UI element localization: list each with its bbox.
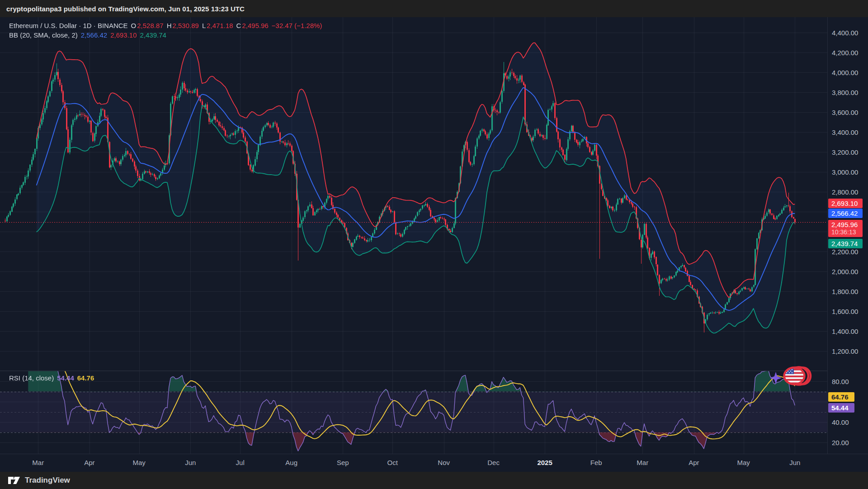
time-axis-label: Feb	[590, 459, 602, 466]
ohlc-close: C2,495.96	[236, 22, 269, 29]
sparkle-icon	[770, 372, 782, 384]
time-axis-label: Sep	[337, 459, 349, 466]
bb-header-row: BB (20, SMA, close, 2) 2,566.42 2,693.10…	[9, 31, 166, 39]
bb-upper-chip: 2,693.10	[828, 199, 863, 208]
bb-basis-chip: 2,566.42	[828, 209, 863, 218]
chart-region: Ethereum / U.S. Dollar · 1D · BINANCE O2…	[0, 17, 868, 472]
rsi-label: RSI (14, close)	[9, 374, 54, 382]
price-tick-label: 2,200.00	[832, 248, 858, 256]
publish-bar: cryptopolitanpa3 published on TradingVie…	[0, 0, 868, 17]
time-axis-label: Nov	[438, 459, 450, 466]
us-flag-badge-icon	[769, 363, 816, 391]
price-tick-label: 3,600.00	[832, 109, 858, 116]
time-axis-label: Mar	[32, 459, 44, 466]
time-axis-label: Mar	[637, 459, 648, 466]
price-tick-label: 3,200.00	[832, 148, 858, 156]
price-tick-label: 2,000.00	[832, 268, 858, 275]
time-axis-label: May	[133, 459, 146, 466]
time-axis-label: 2025	[537, 459, 552, 466]
bb-lower-value: 2,439.74	[140, 31, 166, 39]
bb-lower-chip: 2,439.74	[828, 239, 863, 248]
price-tick-label: 4,400.00	[832, 29, 858, 37]
ohlc-open: O2,528.87	[131, 22, 164, 29]
symbol-title: Ethereum / U.S. Dollar · 1D · BINANCE	[9, 22, 128, 29]
time-axis-label: Aug	[285, 459, 297, 466]
price-tick-label: 1,800.00	[832, 288, 858, 295]
time-axis-label: Apr	[84, 459, 94, 466]
bb-basis-value: 2,566.42	[81, 31, 107, 39]
rsi-tick-label: 20.00	[832, 439, 849, 446]
rsi-ma-value: 64.76	[77, 374, 94, 382]
rsi-value: 54.44	[57, 374, 74, 382]
rsi-tick-label: 40.00	[832, 418, 849, 426]
time-axis-label: May	[737, 459, 750, 466]
time-axis-label: Jun	[789, 459, 800, 466]
price-tick-label: 2,800.00	[832, 188, 858, 196]
price-tick-label: 3,400.00	[832, 128, 858, 136]
rsi-tick-label: 80.00	[832, 378, 849, 385]
ohlc-low: L2,471.18	[202, 22, 233, 29]
time-axis-label: Dec	[487, 459, 500, 466]
tradingview-snapshot: cryptopolitanpa3 published on TradingVie…	[0, 0, 868, 489]
bb-label: BB (20, SMA, close, 2)	[9, 31, 78, 39]
price-tick-label: 1,200.00	[832, 347, 858, 355]
price-tick-label: 1,400.00	[832, 328, 858, 335]
rsi-value-chip: 54.44	[828, 403, 854, 413]
last-price-chip: 2,495.9610:36:13	[828, 220, 863, 237]
publish-text: cryptopolitanpa3 published on TradingVie…	[6, 5, 245, 13]
tradingview-logo-icon[interactable]	[7, 475, 21, 485]
time-axis[interactable]: MarAprMayJunJulAugSepOctNovDec2025FebMar…	[0, 454, 868, 472]
change-value: −32.47 (−1.28%)	[272, 22, 322, 29]
price-tick-label: 4,000.00	[832, 69, 858, 76]
bb-upper-value: 2,693.10	[110, 31, 137, 39]
time-axis-label: Jul	[236, 459, 245, 466]
ohlc-high: H2,530.89	[167, 22, 199, 29]
price-tick-label: 4,200.00	[832, 49, 858, 57]
rsi-pane-canvas[interactable]	[0, 370, 827, 454]
footer-bar: TradingView	[0, 472, 868, 489]
rsi-header-row: RSI (14, close) 54.44 64.76	[9, 374, 94, 382]
price-tick-label: 1,600.00	[832, 308, 858, 315]
price-tick-label: 3,000.00	[832, 168, 858, 176]
footer-brand[interactable]: TradingView	[25, 476, 70, 485]
rsi-ma-chip: 64.76	[828, 392, 854, 402]
price-axis[interactable]: 1,200.001,400.001,600.001,800.002,000.00…	[827, 17, 868, 454]
symbol-header-row: Ethereum / U.S. Dollar · 1D · BINANCE O2…	[9, 22, 322, 29]
price-tick-label: 3,800.00	[832, 89, 858, 96]
time-axis-label: Oct	[387, 459, 397, 466]
price-chart-canvas[interactable]	[0, 17, 827, 370]
time-axis-label: Apr	[689, 459, 699, 466]
time-axis-label: Jun	[185, 459, 196, 466]
